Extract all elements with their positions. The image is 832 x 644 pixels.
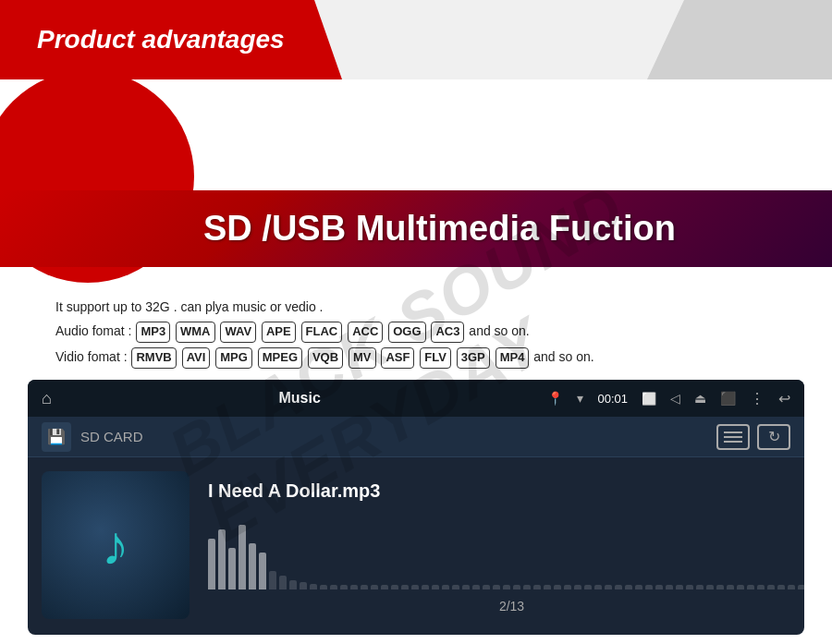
eq-bar (666, 585, 673, 589)
format-rmvb: RMVB (131, 347, 176, 369)
eq-bar (696, 585, 704, 589)
format-asf: ASF (381, 347, 414, 369)
eq-bar (706, 585, 714, 589)
eq-bar (757, 585, 765, 589)
album-art: ♪ (42, 471, 190, 619)
eq-bar (554, 585, 561, 589)
format-flac: FLAC (301, 322, 343, 343)
format-acc: ACC (348, 322, 383, 343)
eq-bar (574, 585, 581, 589)
eq-bar (432, 585, 439, 589)
eq-bar (289, 580, 297, 589)
sd-card-icon: 💾 (42, 422, 71, 452)
eq-bar (737, 585, 744, 589)
format-avi: AVI (182, 347, 211, 369)
format-wav: WAV (220, 322, 256, 343)
volume-icon[interactable]: ◁ (670, 391, 680, 406)
audio-formats-line: Audio fomat : MP3 WMA WAV APE FLAC ACC O… (55, 321, 804, 343)
header-banner: Product advantages (0, 0, 832, 79)
header-right-decoration (647, 0, 832, 79)
equalizer-bars (208, 516, 804, 589)
eq-bar (605, 585, 612, 589)
eq-bar (381, 585, 388, 589)
eq-bar (361, 585, 368, 589)
feature-header: SD /USB Multimedia Fuction (0, 190, 832, 267)
location-icon: 📍 (547, 391, 563, 406)
eq-bar (452, 585, 459, 589)
song-title: I Need A Dollar.mp3 (208, 480, 804, 502)
eq-bar (371, 585, 378, 589)
player-source-row: 💾 SD CARD ↻ (28, 417, 804, 457)
player-app-name: Music (66, 390, 534, 407)
format-flv: FLV (420, 347, 451, 369)
eq-bar (625, 585, 632, 589)
eq-bar (788, 585, 795, 589)
eq-bar (615, 585, 622, 589)
description-area: It support up to 32G . can plya music or… (55, 297, 804, 372)
player-time: 00:01 (597, 392, 628, 406)
eq-bar (503, 585, 510, 589)
eq-bar (594, 585, 602, 589)
eq-bar (340, 585, 348, 589)
song-area: ♪ I Need A Dollar.mp3 (28, 457, 804, 635)
camera-icon: ⬜ (642, 392, 656, 406)
eq-bar (493, 585, 500, 589)
playlist-button[interactable] (716, 424, 750, 450)
format-ac3: AC3 (431, 322, 464, 343)
song-info: I Need A Dollar.mp3 (208, 471, 804, 628)
eq-bar (462, 585, 470, 589)
eq-bar (655, 585, 663, 589)
eq-bar (686, 585, 693, 589)
eq-bar (676, 585, 683, 589)
eq-bar (513, 585, 520, 589)
feature-title: SD /USB Multimedia Fuction (203, 209, 804, 249)
eq-bar (564, 585, 571, 589)
format-wma: WMA (176, 322, 215, 343)
eq-bar (533, 585, 541, 589)
eq-bar (411, 585, 419, 589)
format-mv: MV (349, 347, 376, 369)
eq-bar (259, 553, 266, 589)
eq-bar (523, 585, 531, 589)
screen-icon[interactable]: ⬛ (720, 391, 736, 406)
wifi-icon: ▾ (577, 391, 583, 406)
eq-bar (350, 585, 358, 589)
eq-bar (330, 585, 337, 589)
eq-bar (472, 585, 480, 589)
home-icon[interactable]: ⌂ (42, 389, 52, 408)
eq-bar (727, 585, 734, 589)
music-note-icon: ♪ (102, 514, 129, 577)
repeat-button[interactable]: ↻ (757, 424, 790, 450)
eq-bar (401, 585, 409, 589)
main-content: SD /USB Multimedia Fuction It support up… (0, 79, 832, 644)
video-label: Vidio fomat : (55, 349, 128, 364)
format-mpeg: MPEG (258, 347, 302, 369)
eq-bar (777, 585, 785, 589)
format-mp3: MP3 (136, 322, 170, 343)
eq-bar (635, 585, 642, 589)
eject-icon[interactable]: ⏏ (694, 391, 706, 406)
eq-bar (391, 585, 398, 589)
format-ogg: OGG (388, 322, 425, 343)
audio-suffix: and so on. (469, 323, 529, 338)
menu-icon[interactable]: ⋮ (750, 390, 765, 407)
eq-bar (300, 582, 307, 589)
eq-bar (483, 585, 490, 589)
format-vqb: VQB (308, 347, 343, 369)
description-line1: It support up to 32G . can plya music or… (55, 297, 804, 317)
header-red-bg: Product advantages (0, 0, 342, 79)
eq-bar (279, 576, 287, 589)
video-formats-line: Vidio fomat : RMVB AVI MPG MPEG VQB MV A… (55, 346, 804, 369)
eq-bar (218, 529, 226, 589)
video-suffix: and so on. (533, 349, 593, 364)
eq-bar (442, 585, 449, 589)
eq-bar (249, 543, 256, 589)
format-mpg: MPG (215, 347, 252, 369)
eq-bar (747, 585, 754, 589)
back-icon[interactable]: ↩ (778, 390, 790, 407)
eq-bar (228, 548, 236, 589)
sd-card-label: SD CARD (80, 429, 716, 444)
eq-bar (584, 585, 592, 589)
eq-bar (422, 585, 429, 589)
eq-bar (239, 525, 246, 589)
